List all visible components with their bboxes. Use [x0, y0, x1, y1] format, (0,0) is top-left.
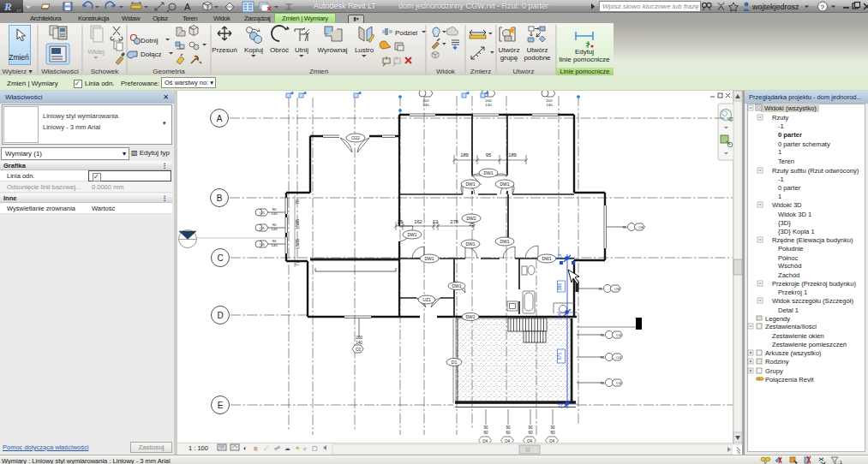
svg-text:90: 90: [601, 381, 605, 385]
svg-text:90: 90: [483, 425, 488, 430]
svg-text:D1: D1: [452, 360, 458, 365]
svg-text:Schowek: Schowek: [91, 68, 119, 75]
svg-text:278: 278: [450, 219, 458, 224]
svg-text:Zmień: Zmień: [9, 53, 29, 62]
svg-text:60: 60: [483, 431, 488, 435]
svg-text:A: A: [217, 114, 223, 123]
svg-text:O4: O4: [505, 439, 511, 443]
svg-text:90: 90: [550, 425, 555, 430]
svg-text:A: A: [184, 2, 191, 12]
svg-text:Utwórz: Utwórz: [513, 68, 535, 75]
svg-text:60: 60: [528, 431, 533, 435]
svg-text:O8: O8: [614, 287, 620, 291]
svg-text:90: 90: [601, 355, 605, 360]
svg-text:UZ1: UZ1: [422, 297, 431, 302]
svg-text:25: 25: [469, 223, 474, 227]
svg-text:1585: 1585: [295, 219, 300, 229]
svg-text:DW1: DW1: [500, 239, 509, 244]
svg-text:90: 90: [599, 287, 603, 291]
svg-text:DW1: DW1: [500, 181, 509, 187]
svg-text:140: 140: [271, 227, 278, 231]
svg-text:Kopiuj: Kopiuj: [244, 46, 263, 54]
svg-text:R: R: [3, 0, 12, 13]
svg-text:571: 571: [557, 353, 562, 360]
svg-text:O1: O1: [260, 226, 265, 230]
svg-text:Utwórz: Utwórz: [499, 46, 520, 54]
svg-text:D: D: [217, 311, 223, 320]
svg-text:DW1: DW1: [542, 256, 551, 261]
svg-text:O4: O4: [616, 333, 621, 337]
svg-text:189: 189: [508, 152, 517, 158]
svg-text:Geometria: Geometria: [153, 68, 185, 75]
svg-text:77: 77: [295, 261, 300, 266]
svg-text:24: 24: [557, 313, 562, 318]
svg-text:162: 162: [414, 219, 422, 224]
svg-text:wojtekjedrosz: wojtekjedrosz: [751, 3, 799, 11]
svg-text:B: B: [217, 193, 223, 203]
svg-text:90: 90: [506, 425, 511, 430]
svg-text:O2: O2: [356, 348, 362, 352]
svg-text:O4: O4: [527, 439, 533, 443]
svg-text:140: 140: [422, 103, 429, 107]
svg-text:DW1: DW1: [465, 181, 475, 187]
svg-text:O8: O8: [638, 225, 644, 229]
svg-text:90: 90: [623, 225, 627, 229]
svg-text:O1: O1: [260, 211, 265, 215]
svg-text:linie pomocnicze: linie pomocnicze: [559, 56, 610, 63]
svg-text:Utnij: Utnij: [295, 46, 308, 54]
svg-text:Edytuj: Edytuj: [575, 48, 594, 56]
svg-text:Przesuń: Przesuń: [212, 46, 236, 54]
svg-text:DW1: DW1: [452, 283, 461, 289]
svg-text:Lustro: Lustro: [355, 46, 374, 54]
svg-text:O4: O4: [616, 355, 621, 360]
svg-text:200: 200: [356, 336, 362, 340]
svg-text:Widok: Widok: [436, 68, 456, 75]
svg-text:?: ?: [821, 3, 825, 11]
svg-text:12: 12: [433, 219, 438, 224]
svg-text:Wyrównaj: Wyrównaj: [317, 46, 347, 54]
svg-text:70: 70: [295, 199, 300, 205]
svg-text:Zmień: Zmień: [309, 68, 328, 75]
svg-text:25: 25: [398, 219, 403, 224]
svg-text:E: E: [218, 401, 224, 410]
svg-text:Dołącz: Dołącz: [141, 51, 161, 58]
svg-text:Wklej: Wklej: [87, 48, 105, 56]
svg-text:DW2: DW2: [466, 216, 476, 221]
svg-text:Utwórz: Utwórz: [527, 46, 548, 54]
svg-text:140: 140: [485, 103, 492, 107]
svg-text:23: 23: [558, 403, 563, 408]
svg-text:140: 140: [546, 103, 553, 107]
svg-text:Wybierz ▾: Wybierz ▾: [2, 68, 32, 75]
svg-text:Podziel: Podziel: [395, 29, 417, 37]
svg-text:O22: O22: [351, 135, 360, 140]
svg-text:DW1: DW1: [483, 170, 493, 175]
svg-text:podobne: podobne: [524, 54, 551, 62]
svg-text:DW1: DW1: [465, 241, 475, 247]
svg-text:O4: O4: [616, 381, 621, 385]
svg-text:Właściwości: Właściwości: [41, 68, 79, 75]
svg-text:140: 140: [271, 243, 278, 247]
svg-text:DW1: DW1: [424, 256, 434, 261]
svg-text:DW1: DW1: [407, 232, 416, 237]
svg-text:380: 380: [557, 283, 562, 291]
svg-text:90: 90: [601, 333, 605, 337]
svg-text:Dotnij: Dotnij: [141, 37, 159, 45]
svg-text:grupę: grupę: [500, 54, 518, 62]
svg-text:95: 95: [486, 152, 491, 158]
svg-text:140: 140: [356, 341, 362, 345]
svg-text:60: 60: [506, 431, 511, 435]
svg-text:140: 140: [271, 211, 278, 216]
svg-text:60: 60: [550, 431, 555, 435]
svg-text:1585: 1585: [295, 239, 300, 249]
svg-text:Obróć: Obróć: [270, 46, 289, 54]
svg-text:90: 90: [528, 425, 533, 430]
svg-text:DW1: DW1: [465, 314, 475, 319]
svg-text:O4: O4: [549, 439, 555, 443]
svg-text:Zmierz: Zmierz: [470, 68, 491, 75]
svg-text:23: 23: [557, 254, 562, 259]
svg-text:C: C: [217, 253, 223, 263]
svg-text::1: :1: [838, 460, 843, 464]
svg-text:O1: O1: [260, 242, 265, 247]
svg-text:189: 189: [460, 152, 469, 158]
svg-text:O4: O4: [482, 439, 488, 443]
